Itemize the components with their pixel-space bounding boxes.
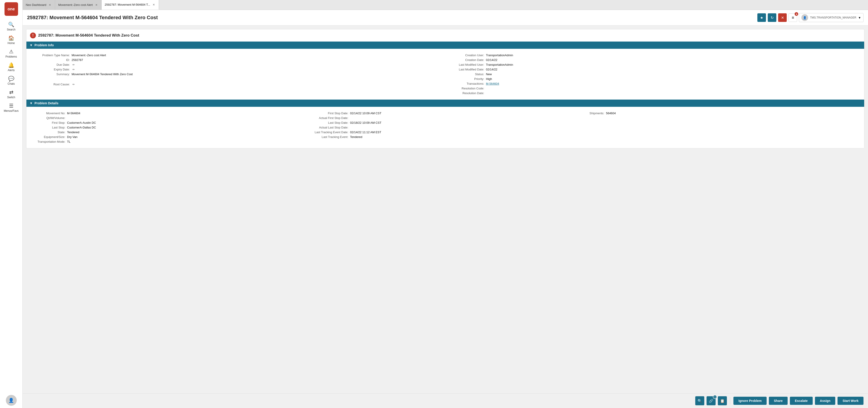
tab-neo-dashboard[interactable]: Neo Dashboard ✕ [23,0,55,10]
zoom-button[interactable]: 🔍 [695,396,704,405]
field-shipments: Shipments: 564604 [584,111,860,116]
creation-user-value: TransportationAdmin [486,54,860,57]
sidebar-label-chats: Chats [8,82,15,85]
transactions-label: Transactions: [445,82,486,85]
field-id: ID: 2592787 [31,58,445,62]
field-expiry-date: Expiry Date: ✏ [31,67,445,72]
last-modified-user-label: Last Modified User: [445,63,486,66]
problem-details-title: Problem Details [35,101,59,105]
sidebar-bottom: 👤 [0,395,22,408]
tab-movement-alert[interactable]: Movement:-Zero cost Alert ✕ [55,0,101,10]
creation-date-label: Creation Date: [445,58,486,62]
equipment-value: Dry Van [67,135,307,138]
menu-icon: ≡ [792,15,794,20]
home-icon: 🏠 [8,36,14,41]
sidebar-item-menus[interactable]: ☰ Menus/Favs [0,101,22,115]
actual-last-stop-label: Actual Last Stop Date: [307,126,350,129]
field-status: Status: New [445,72,860,76]
field-root-cause: Root Cause: ✏ [31,82,445,87]
tab-label-neo-dashboard: Neo Dashboard [26,3,46,6]
problem-info-left: Problem Type Name: Movement:-Zero cost A… [31,52,445,96]
expiry-date-value: ✏ [71,68,445,71]
problem-info-section: ▼ Problem Info Problem Type Name: Moveme… [26,41,864,100]
first-stop-date-label: First Stop Date: [307,112,350,115]
expiry-date-edit-icon[interactable]: ✏ [72,68,75,71]
link-button[interactable]: 🔗 1 [707,396,716,405]
shipments-label: Shipments: [584,112,606,115]
sidebar-item-search[interactable]: 🔍 Search [0,20,22,33]
menu-button[interactable]: ≡ ★ [788,13,797,22]
field-transportation-mode: Transportation Mode: TL [31,139,307,144]
field-movement-no: Movement No: M-564604 [31,111,307,116]
sidebar-label-search: Search [7,28,16,31]
due-date-edit-icon[interactable]: ✏ [72,63,75,66]
user-selector[interactable]: 👤 TMS.TRANSPORTATION_MANAGER ▼ [799,13,864,22]
field-first-stop: First Stop: CustomerA-Austin DC [31,120,307,125]
state-label: State: [31,130,67,134]
tab-label-movement-alert: Movement:-Zero cost Alert [58,3,93,6]
tab-bar: Neo Dashboard ✕ Movement:-Zero cost Aler… [23,0,868,10]
ignore-problem-button[interactable]: Ignore Problem [734,397,767,405]
resolution-code-label: Resolution Code: [445,87,486,90]
refresh-button[interactable]: ↻ [768,13,776,22]
share-button[interactable]: Share [769,397,787,405]
root-cause-edit-icon[interactable]: ✏ [72,83,75,86]
zoom-icon: 🔍 [698,399,702,403]
field-summary: Summary: Movement M-564604 Tendered With… [31,72,445,76]
copy-button[interactable]: 📋 [718,396,727,405]
problem-info-header[interactable]: ▼ Problem Info [26,41,864,49]
due-date-value: ✏ [71,63,445,66]
tab-close-movement-detail[interactable]: ✕ [152,3,156,6]
user-avatar[interactable]: 👤 [6,395,17,406]
field-transactions: Transactions: M-564604 [445,81,860,86]
problem-type-label: Problem Type Name: [31,54,71,57]
user-name: TMS.TRANSPORTATION_MANAGER [810,16,856,19]
priority-value: High [486,77,860,81]
toolbar-avatar: 👤 [801,14,808,21]
sidebar-item-chats[interactable]: 💬 Chats [0,74,22,88]
tab-movement-detail[interactable]: 2592787: Movement M-564604 T... ✕ [102,0,159,10]
transactions-value[interactable]: M-564604 [486,82,860,85]
summary-label: Summary: [31,72,71,76]
close-button[interactable]: ✕ [778,13,787,22]
sidebar-item-problems[interactable]: ⚠ Problems [0,47,22,61]
bottom-bar: 🔍 🔗 1 📋 Ignore Problem Share Escalate As… [23,393,868,408]
shipments-value: 564604 [606,112,860,115]
root-cause-label: Root Cause: [31,83,71,86]
collapse-icon: ▼ [30,43,33,47]
app-logo[interactable]: one [4,2,18,16]
status-value: New [486,72,860,76]
last-tracking-event-date-value: 02/14/22 11:12 AM EST [350,130,583,134]
tab-close-neo-dashboard[interactable]: ✕ [48,3,52,7]
start-work-button[interactable]: Start Work [838,397,864,405]
first-stop-label: First Stop: [31,121,67,124]
sidebar-item-switch[interactable]: ⇄ Switch [0,88,22,101]
tab-label-movement-detail: 2592787: Movement M-564604 T... [105,3,150,6]
star-button[interactable]: ★ [757,13,766,22]
assign-button[interactable]: Assign [815,397,836,405]
problem-details-header[interactable]: ▼ Problem Details [26,100,864,107]
problem-info-title: Problem Info [35,43,54,47]
last-tracking-event-date-label: Last Tracking Event Date: [307,130,350,134]
problem-details-col2: First Stop Date: 02/14/22 10:09 AM CST A… [307,110,583,145]
page-title: 2592787: Movement M-564604 Tendered With… [27,15,158,21]
field-actual-first-stop: Actual First Stop Date: [307,116,583,120]
last-stop-value: CustomerA-Dallas DC [67,126,307,129]
escalate-button[interactable]: Escalate [790,397,813,405]
root-cause-value: ✏ [71,83,445,86]
first-stop-value: CustomerA-Austin DC [67,121,307,124]
last-modified-date-label: Last Modified Date: [445,68,486,71]
sidebar-item-home[interactable]: 🏠 Home [0,33,22,47]
field-last-stop: Last Stop: CustomerA-Dallas DC [31,125,307,130]
due-date-label: Due Date: [31,63,71,66]
field-last-modified-user: Last Modified User: TransportationAdmin [445,62,860,67]
toolbar-actions: ★ ↻ ✕ ≡ ★ 👤 TMS.TRANSPORTATION_MANAGER ▼ [757,13,864,22]
switch-icon: ⇄ [9,90,13,95]
card-title: 2592787: Movement M-564604 Tendered With… [38,33,139,38]
state-value: Tendered [67,130,307,134]
sidebar-item-alerts[interactable]: 🔔 Alerts [0,61,22,74]
creation-date-value: 02/14/22 [486,58,860,62]
status-label: Status: [445,72,486,76]
tab-close-movement-alert[interactable]: ✕ [95,3,98,7]
id-value: 2592787 [71,58,445,62]
